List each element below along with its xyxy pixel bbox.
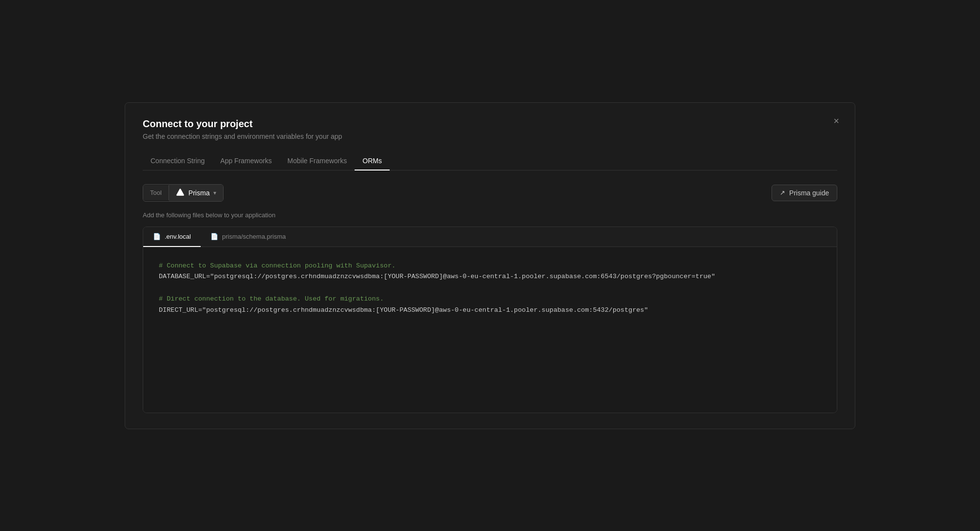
file-icon-env: 📄 [153, 233, 161, 240]
modal-header: Connect to your project Get the connecti… [143, 118, 837, 140]
prisma-guide-button[interactable]: ↗ Prisma guide [772, 185, 837, 201]
file-tab-schema-prisma[interactable]: 📄 prisma/schema.prisma [201, 227, 296, 247]
chevron-down-icon: ▾ [213, 190, 216, 196]
code-block: # Connect to Supabase via connection poo… [159, 261, 821, 317]
prisma-icon [176, 189, 185, 197]
file-tabs: 📄 .env.local 📄 prisma/schema.prisma [143, 227, 837, 247]
code-content: # Connect to Supabase via connection poo… [143, 247, 837, 413]
tab-mobile-frameworks[interactable]: Mobile Frameworks [280, 152, 355, 171]
tool-selector: Tool Prisma ▾ [143, 184, 224, 202]
main-tabs: Connection String App Frameworks Mobile … [143, 152, 837, 171]
tab-app-frameworks[interactable]: App Frameworks [212, 152, 280, 171]
tool-dropdown[interactable]: Prisma ▾ [169, 185, 224, 201]
code-comment-1: # Connect to Supabase via connection poo… [159, 262, 396, 269]
modal-subtitle: Get the connection strings and environme… [143, 133, 837, 140]
tool-value-label: Prisma [188, 189, 210, 197]
toolbar: Tool Prisma ▾ ↗ Prisma guide [143, 184, 837, 202]
tab-orms[interactable]: ORMs [355, 152, 390, 171]
modal: × Connect to your project Get the connec… [125, 102, 855, 429]
file-icon-schema: 📄 [210, 233, 218, 240]
file-tab-schema-label: prisma/schema.prisma [222, 233, 286, 240]
modal-title: Connect to your project [143, 118, 837, 130]
code-panel: 📄 .env.local 📄 prisma/schema.prisma # Co… [143, 227, 837, 413]
close-button[interactable]: × [829, 114, 843, 128]
tab-connection-string[interactable]: Connection String [143, 152, 212, 171]
code-line-1: DATABASE_URL="postgresql://postgres.crhn… [159, 273, 715, 280]
file-tab-env-local[interactable]: 📄 .env.local [143, 227, 201, 247]
code-comment-2: # Direct connection to the database. Use… [159, 295, 384, 303]
file-tab-env-label: .env.local [165, 233, 191, 240]
code-line-2: DIRECT_URL="postgresql://postgres.crhndm… [159, 306, 648, 314]
description-text: Add the following files below to your ap… [143, 211, 837, 219]
prisma-guide-label: Prisma guide [789, 189, 829, 197]
tool-label: Tool [143, 185, 169, 200]
external-link-icon: ↗ [780, 189, 785, 196]
